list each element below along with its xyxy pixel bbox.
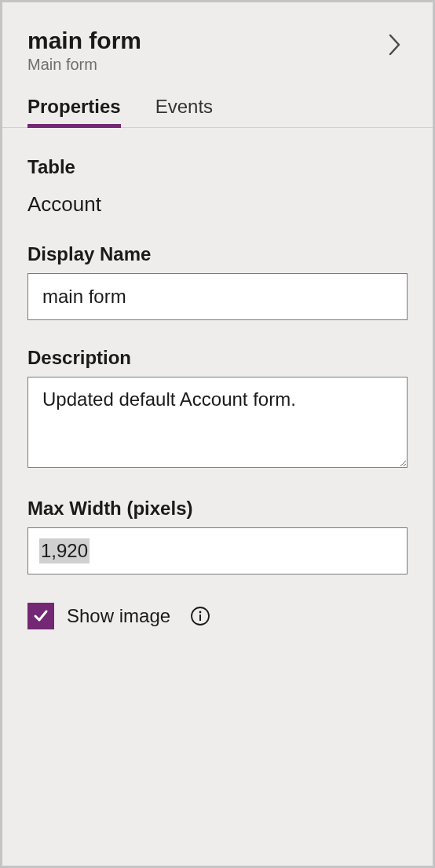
tab-events[interactable]: Events <box>155 96 213 127</box>
show-image-checkbox[interactable] <box>27 603 54 629</box>
panel-title: main form <box>27 27 408 54</box>
show-image-label: Show image <box>67 605 170 627</box>
table-value: Account <box>27 192 408 217</box>
max-width-input[interactable]: 1,920 <box>27 527 408 574</box>
chevron-right-icon <box>389 34 401 56</box>
properties-panel: main form Main form Properties Events Ta… <box>0 0 435 868</box>
table-field: Table Account <box>27 156 408 217</box>
info-icon <box>190 606 210 626</box>
description-label: Description <box>27 347 408 369</box>
max-width-label: Max Width (pixels) <box>27 498 408 520</box>
collapse-button[interactable] <box>386 31 404 59</box>
tab-bar: Properties Events <box>2 74 433 128</box>
description-input[interactable]: Updated default Account form. <box>27 377 408 468</box>
display-name-field: Display Name <box>27 243 408 320</box>
svg-rect-2 <box>199 615 201 621</box>
svg-point-1 <box>199 611 202 614</box>
table-label: Table <box>27 156 408 178</box>
checkmark-icon <box>32 607 49 625</box>
display-name-label: Display Name <box>27 243 408 265</box>
max-width-value: 1,920 <box>39 538 90 563</box>
panel-subtitle: Main form <box>27 56 408 74</box>
max-width-field: Max Width (pixels) 1,920 <box>27 498 408 574</box>
tab-properties[interactable]: Properties <box>27 96 121 127</box>
display-name-input[interactable] <box>27 273 408 320</box>
description-field: Description Updated default Account form… <box>27 347 408 471</box>
show-image-field: Show image <box>27 603 408 629</box>
panel-content: Table Account Display Name Description U… <box>2 128 433 629</box>
info-button[interactable] <box>189 605 211 627</box>
panel-header: main form Main form <box>2 2 433 74</box>
